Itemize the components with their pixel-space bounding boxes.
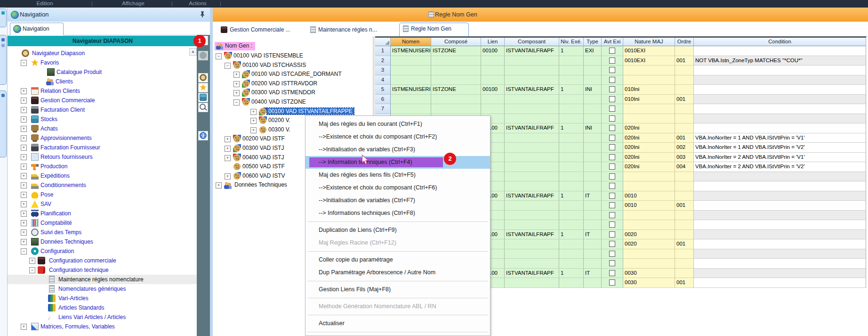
condition-cell[interactable] — [694, 114, 866, 124]
niv-cell[interactable] — [559, 153, 584, 163]
tree-toggle-expand[interactable]: + — [21, 192, 27, 198]
avt-exi-cell[interactable] — [602, 220, 623, 230]
circle-button[interactable] — [198, 51, 208, 60]
tree-toggle-expand[interactable]: + — [21, 98, 27, 104]
composant-cell[interactable]: ISTVANTAILFRAPF — [505, 123, 559, 133]
avt-exi-cell[interactable] — [602, 56, 623, 66]
avt-exi-cell[interactable] — [602, 95, 623, 105]
nature-cell[interactable]: 0030 — [623, 278, 675, 288]
nature-cell[interactable] — [623, 249, 675, 259]
nature-cell[interactable]: 0020 — [623, 239, 675, 249]
tree-item[interactable]: +Approvisionnements — [8, 133, 197, 143]
condition-cell[interactable] — [694, 95, 866, 105]
checkbox-unchecked[interactable] — [609, 135, 615, 141]
avt-exi-cell[interactable] — [602, 75, 623, 85]
composant-cell[interactable] — [505, 153, 559, 163]
avt-exi-cell[interactable] — [602, 181, 623, 191]
compose-cell[interactable] — [431, 56, 481, 66]
menu-item[interactable]: -->Initialisation de variables (Ctrl+F3) — [305, 143, 490, 156]
condition-cell[interactable] — [694, 85, 866, 95]
ordre-cell[interactable]: 004 — [675, 162, 694, 172]
nature-cell[interactable] — [623, 114, 675, 124]
nature-cell[interactable]: 0010 — [623, 201, 675, 211]
checkbox-unchecked[interactable] — [609, 154, 615, 160]
nomen-cell[interactable] — [391, 95, 431, 105]
type-cell[interactable] — [584, 143, 602, 153]
type-cell[interactable] — [584, 278, 602, 288]
checkbox-unchecked[interactable] — [609, 48, 615, 54]
checkbox-unchecked[interactable] — [609, 279, 615, 286]
nomenclature-item[interactable]: −00400 VAD ISTZONE — [213, 98, 373, 107]
tree-item[interactable]: +Données Techniques — [8, 237, 197, 246]
composant-cell[interactable] — [505, 172, 559, 182]
tree-item[interactable]: Vari-Articles — [8, 294, 197, 303]
nature-cell[interactable]: 020Ini — [623, 133, 675, 143]
ordre-cell[interactable] — [675, 269, 694, 279]
compose-cell[interactable]: ISTZONE — [431, 85, 481, 95]
checkbox-unchecked[interactable] — [609, 77, 615, 83]
niv-cell[interactable] — [559, 75, 584, 85]
tree-toggle-expand[interactable]: + — [21, 220, 27, 226]
niv-cell[interactable] — [559, 143, 584, 153]
menu-edition[interactable]: Edition — [26, 0, 64, 8]
menu-item[interactable]: Maj des règles des liens fils (Ctrl+F5) — [305, 169, 490, 181]
column-header-compose[interactable]: Composé — [431, 38, 481, 46]
tree-toggle-expand[interactable]: + — [21, 145, 27, 151]
composant-cell[interactable] — [505, 259, 559, 269]
column-header-ordre[interactable]: Ordre — [675, 38, 694, 46]
niv-cell[interactable] — [559, 56, 584, 66]
compose-cell[interactable] — [431, 75, 481, 85]
ordre-cell[interactable] — [675, 75, 694, 85]
nature-cell[interactable] — [623, 211, 675, 221]
composant-cell[interactable]: ISTVANTAILFRAPF — [505, 46, 559, 56]
niv-cell[interactable] — [559, 211, 584, 221]
niv-cell[interactable] — [559, 278, 584, 288]
type-cell[interactable] — [584, 104, 602, 114]
type-cell[interactable] — [584, 172, 602, 182]
avt-exi-cell[interactable] — [602, 46, 623, 56]
avt-exi-cell[interactable] — [602, 269, 623, 279]
nomenclature-item[interactable]: −00100 VAD ISTCHASSIS — [213, 61, 373, 70]
tree-item[interactable]: +Planification — [8, 209, 197, 218]
favorites-button[interactable] — [198, 83, 208, 92]
ordre-cell[interactable]: 003 — [675, 153, 694, 163]
tree-item[interactable]: +Achats — [8, 124, 197, 133]
type-cell[interactable] — [584, 162, 602, 172]
compose-cell[interactable]: ISTZONE — [431, 46, 481, 56]
type-cell[interactable] — [584, 239, 602, 249]
checkbox-unchecked[interactable] — [609, 115, 615, 122]
checkbox-unchecked[interactable] — [609, 125, 615, 131]
nature-cell[interactable] — [623, 66, 675, 75]
compose-cell[interactable] — [431, 95, 481, 105]
tree-item[interactable]: +Expéditions — [8, 171, 197, 180]
menu-item[interactable]: Dup Paramétrage Arborescence / Autre Nom — [305, 266, 490, 279]
condition-cell[interactable] — [694, 239, 866, 249]
nature-cell[interactable]: 010Ini — [623, 85, 675, 95]
composant-cell[interactable] — [505, 56, 559, 66]
composant-cell[interactable]: ISTVANTAILFRAPF — [505, 230, 559, 240]
avt-exi-cell[interactable] — [602, 133, 623, 143]
tree-toggle-expand[interactable]: + — [21, 88, 27, 94]
checkbox-unchecked[interactable] — [609, 67, 615, 73]
checkbox-unchecked[interactable] — [609, 193, 615, 199]
tree-item[interactable]: −Configuration technique — [8, 265, 197, 275]
niv-cell[interactable] — [559, 66, 584, 75]
niv-cell[interactable]: 1 — [559, 191, 584, 201]
lien-cell[interactable] — [481, 104, 505, 114]
tree-toggle-expand[interactable]: + — [225, 146, 231, 152]
tree-item[interactable]: +Retours fournisseurs — [8, 152, 197, 162]
nature-cell[interactable]: 0020 — [623, 230, 675, 240]
tree-item[interactable]: +Pose — [8, 190, 197, 199]
condition-cell[interactable]: VBA.InoNorIter = 1 AND VBA.IStVtlPrin = … — [694, 133, 866, 143]
condition-cell[interactable] — [694, 249, 866, 259]
composant-cell[interactable] — [505, 75, 559, 85]
tree-item[interactable]: +Conditionnements — [8, 180, 197, 190]
row-number[interactable]: 5 — [375, 85, 391, 95]
condition-cell[interactable]: NOT VBA.Istn_ZoneTyp MATCHES "*COU*" — [694, 56, 866, 66]
column-header-num[interactable] — [375, 38, 391, 46]
ordre-cell[interactable] — [675, 230, 694, 240]
menu-actions[interactable]: Actions — [179, 0, 217, 8]
condition-cell[interactable]: VBA.InoNorIter = 1 AND VBA.IStVtlPrin = … — [694, 143, 866, 153]
tree-item[interactable]: +Suivi des Temps — [8, 228, 197, 237]
ordre-cell[interactable] — [675, 46, 694, 56]
